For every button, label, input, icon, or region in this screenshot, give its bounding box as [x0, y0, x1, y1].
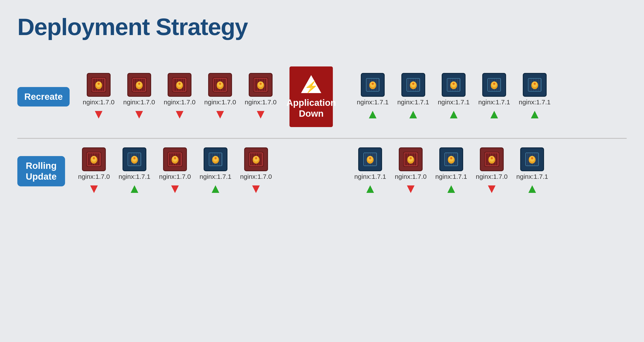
nginx-icon-new [361, 73, 385, 97]
svg-rect-238 [536, 153, 537, 165]
svg-rect-137 [130, 153, 131, 165]
svg-rect-166 [220, 153, 221, 165]
nginx-icon-old [163, 147, 187, 171]
arrow-down-icon: ▼ [250, 182, 262, 195]
node-label: nginx:1.7.1 [438, 99, 470, 106]
arrow-up-icon: ▲ [209, 182, 222, 195]
svg-rect-178 [260, 153, 261, 165]
node-label: nginx:1.7.0 [78, 173, 110, 180]
nginx-icon-new [523, 73, 547, 97]
nginx-icon-new [442, 73, 466, 97]
svg-point-205 [410, 157, 412, 159]
warning-triangle-icon: ⚡ [300, 74, 322, 94]
arrow-down-icon: ▼ [485, 182, 498, 195]
node-item: nginx:1.7.1 ▲ [118, 147, 150, 195]
node-label: nginx:1.7.0 [395, 173, 427, 180]
node-label: nginx:1.7.1 [118, 173, 150, 180]
svg-rect-8 [103, 79, 104, 91]
arrow-down-icon: ▼ [173, 108, 186, 121]
rolling-nodes: nginx:1.7.0 ▼ nginx:1.7.1 ▲ nginx:1.7.0 … [78, 147, 548, 195]
node-item: nginx:1.7.1 ▲ [397, 73, 429, 121]
node-label: nginx:1.7.1 [397, 99, 429, 106]
node-item: nginx:1.7.0 ▼ [82, 73, 114, 121]
recreate-row: Recreate nginx:1.7.0 ▼ nginx:1.7.0 ▼ [17, 58, 627, 138]
app-down-box: ⚡ Application Down [290, 66, 333, 127]
svg-rect-15 [135, 79, 136, 91]
node-item: nginx:1.7.1 ▲ [435, 147, 467, 195]
svg-rect-208 [445, 153, 446, 165]
node-item: nginx:1.7.1 ▲ [354, 147, 386, 195]
svg-rect-27 [175, 79, 176, 91]
svg-rect-154 [179, 153, 180, 165]
svg-rect-142 [139, 153, 140, 165]
node-label: nginx:1.7.0 [159, 173, 191, 180]
nginx-icon-old [127, 73, 151, 97]
svg-rect-20 [144, 79, 144, 91]
svg-point-157 [174, 157, 176, 159]
arrow-up-icon: ▲ [364, 182, 377, 195]
svg-point-181 [255, 157, 257, 159]
svg-rect-113 [530, 79, 531, 91]
node-item: nginx:1.7.0 ▼ [245, 73, 277, 121]
node-label: nginx:1.7.1 [357, 99, 388, 106]
node-item: nginx:1.7.0 ▼ [123, 73, 155, 121]
svg-point-85 [412, 83, 414, 85]
arrow-up-icon: ▲ [445, 182, 458, 195]
nginx-icon-old [244, 147, 268, 171]
node-label: nginx:1.7.1 [435, 173, 467, 180]
node-item: nginx:1.7.1 ▲ [519, 73, 551, 121]
node-label: nginx:1.7.0 [164, 99, 196, 106]
svg-point-133 [93, 157, 95, 159]
svg-rect-118 [539, 79, 540, 91]
recreate-nodes-left: nginx:1.7.0 ▼ nginx:1.7.0 ▼ nginx:1.7.0 … [82, 73, 276, 121]
node-item: nginx:1.7.1 ▲ [516, 147, 548, 195]
node-label: nginx:1.7.1 [354, 173, 386, 180]
svg-rect-100 [488, 79, 489, 91]
arrow-up-icon: ▲ [528, 108, 541, 121]
svg-point-229 [491, 157, 493, 159]
nginx-icon-old [249, 73, 272, 97]
svg-rect-50 [254, 79, 256, 91]
svg-rect-173 [252, 153, 252, 165]
svg-point-193 [369, 157, 371, 159]
svg-rect-214 [456, 153, 456, 165]
svg-rect-26 [174, 79, 174, 91]
node-label: nginx:1.7.0 [240, 173, 272, 180]
node-label: nginx:1.7.1 [478, 99, 510, 106]
svg-rect-172 [250, 153, 251, 165]
nginx-icon-old [480, 147, 504, 171]
svg-rect-51 [256, 79, 257, 91]
node-item: nginx:1.7.0 ▼ [240, 147, 272, 195]
svg-rect-39 [216, 79, 216, 91]
svg-rect-160 [210, 153, 210, 165]
svg-rect-149 [171, 153, 172, 165]
node-item: nginx:1.7.0 ▼ [159, 147, 191, 195]
node-label: nginx:1.7.0 [82, 99, 114, 106]
svg-rect-161 [211, 153, 212, 165]
svg-rect-112 [529, 79, 530, 91]
node-label: nginx:1.7.1 [519, 99, 551, 106]
arrow-up-icon: ▲ [128, 182, 141, 195]
svg-rect-32 [184, 79, 185, 91]
svg-rect-2 [92, 79, 94, 91]
node-label: nginx:1.7.0 [245, 99, 277, 106]
svg-rect-148 [169, 153, 170, 165]
node-item: nginx:1.7.1 ▲ [200, 147, 231, 195]
node-label: nginx:1.7.0 [204, 99, 236, 106]
svg-rect-70 [377, 79, 378, 91]
arrow-up-icon: ▲ [366, 108, 379, 121]
svg-rect-65 [368, 79, 369, 91]
node-item: nginx:1.7.0 ▼ [395, 147, 427, 195]
node-item: nginx:1.7.1 ▲ [438, 73, 470, 121]
rolling-update-row: Rolling Update nginx:1.7.0 ▼ nginx:1.7.1… [17, 139, 627, 206]
svg-rect-136 [128, 153, 129, 165]
svg-rect-196 [404, 153, 406, 165]
svg-rect-64 [367, 79, 368, 91]
recreate-label-badge: Recreate [17, 87, 70, 107]
svg-rect-124 [88, 153, 89, 165]
svg-point-23 [138, 83, 140, 85]
svg-rect-14 [133, 79, 134, 91]
node-item: nginx:1.7.1 ▲ [478, 73, 510, 121]
svg-point-121 [534, 83, 536, 85]
svg-text:⚡: ⚡ [304, 80, 318, 94]
